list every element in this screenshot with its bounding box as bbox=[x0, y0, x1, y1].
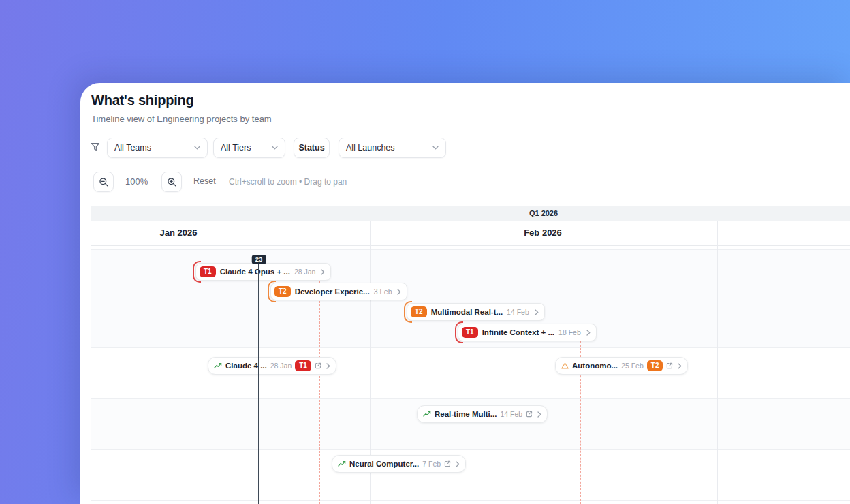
launch-title: Autonomo... bbox=[572, 362, 618, 370]
month-label-feb: Feb 2026 bbox=[524, 227, 562, 238]
tier-badge: T1 bbox=[462, 327, 478, 338]
tiers-filter-select[interactable]: All Tiers bbox=[213, 138, 285, 158]
project-title: Developer Experie... bbox=[295, 287, 370, 296]
page-title: What's shipping bbox=[91, 93, 194, 108]
bar-start-arc bbox=[404, 301, 412, 323]
project-date: 3 Feb bbox=[374, 287, 392, 296]
chevron-down-icon bbox=[432, 146, 439, 150]
project-date: 14 Feb bbox=[507, 308, 529, 316]
launch-date: 14 Feb bbox=[500, 410, 522, 418]
today-marker-badge: 23 bbox=[252, 255, 266, 264]
month-row-divider bbox=[91, 245, 850, 246]
chevron-down-icon bbox=[272, 146, 278, 150]
tier-badge: T1 bbox=[295, 360, 311, 371]
timeline-row-launches-1 bbox=[91, 347, 850, 399]
timeline-row-launches-3 bbox=[91, 449, 850, 501]
chevron-right-icon bbox=[586, 330, 591, 336]
chevron-right-icon bbox=[321, 269, 325, 275]
launch-title: Claude 4 ... bbox=[225, 362, 267, 370]
teams-filter-select[interactable]: All Teams bbox=[107, 138, 208, 158]
chevron-right-icon bbox=[456, 461, 460, 467]
chevron-right-icon bbox=[537, 411, 541, 418]
reset-zoom-button[interactable]: Reset bbox=[193, 176, 216, 186]
launches-filter-label: All Launches bbox=[346, 143, 395, 153]
quarter-header-bar bbox=[91, 206, 850, 221]
page-subtitle: Timeline view of Engineering projects by… bbox=[91, 114, 272, 124]
bar-start-arc bbox=[268, 281, 276, 302]
external-link-icon bbox=[666, 362, 673, 369]
today-marker-line bbox=[258, 264, 259, 504]
month-label-jan: Jan 2026 bbox=[160, 227, 198, 238]
project-bar[interactable]: T2 Multimodal Real-t... 14 Feb bbox=[407, 303, 545, 321]
bar-start-arc bbox=[193, 261, 201, 283]
quarter-label: Q1 2026 bbox=[529, 209, 558, 217]
project-bar[interactable]: T1 Claude 4 Opus + ... 28 Jan bbox=[195, 263, 331, 281]
tiers-filter-label: All Tiers bbox=[221, 143, 251, 153]
trend-up-icon bbox=[423, 411, 431, 418]
project-title: Infinite Context + ... bbox=[482, 328, 554, 336]
bar-start-arc bbox=[455, 321, 463, 343]
tier-badge: T2 bbox=[411, 306, 427, 317]
chevron-right-icon bbox=[535, 309, 539, 315]
deadline-dashed-line bbox=[319, 281, 320, 504]
launch-pill[interactable]: Autonomo... 25 Feb T2 bbox=[555, 357, 688, 375]
status-filter-button[interactable]: Status bbox=[294, 138, 330, 158]
project-title: Claude 4 Opus + ... bbox=[220, 268, 290, 276]
tier-badge: T2 bbox=[647, 360, 663, 371]
whats-shipping-panel: What's shipping Timeline view of Enginee… bbox=[80, 83, 850, 504]
filter-funnel-icon bbox=[91, 142, 100, 152]
timeline-row-bottom bbox=[91, 500, 850, 504]
zoom-in-button[interactable] bbox=[161, 172, 182, 192]
launch-date: 25 Feb bbox=[621, 362, 644, 370]
chevron-right-icon bbox=[326, 363, 330, 369]
external-link-icon bbox=[526, 411, 533, 418]
status-filter-label: Status bbox=[298, 143, 324, 153]
month-gridline-mar bbox=[717, 221, 718, 504]
chevron-right-icon bbox=[678, 363, 682, 369]
project-bar[interactable]: T2 Developer Experie... 3 Feb bbox=[270, 283, 407, 300]
trend-up-icon bbox=[214, 362, 222, 369]
zoom-hint-text: Ctrl+scroll to zoom • Drag to pan bbox=[229, 177, 347, 187]
launch-title: Neural Computer... bbox=[349, 460, 419, 468]
launches-filter-select[interactable]: All Launches bbox=[339, 138, 446, 158]
launch-pill[interactable]: Claude 4 ... 28 Jan T1 bbox=[208, 357, 336, 375]
project-title: Multimodal Real-t... bbox=[431, 308, 503, 316]
project-date: 28 Jan bbox=[294, 268, 316, 276]
project-bar[interactable]: T1 Infinite Context + ... 18 Feb bbox=[458, 324, 597, 341]
external-link-icon bbox=[444, 460, 451, 467]
chevron-down-icon bbox=[194, 146, 200, 150]
external-link-icon bbox=[315, 362, 321, 369]
teams-filter-label: All Teams bbox=[114, 143, 151, 153]
launch-date: 7 Feb bbox=[422, 460, 441, 468]
zoom-out-button[interactable] bbox=[93, 172, 114, 192]
tier-badge: T1 bbox=[200, 266, 216, 277]
launch-title: Real-time Multi... bbox=[435, 410, 497, 418]
zoom-level-value: 100% bbox=[125, 176, 148, 187]
launch-pill[interactable]: Neural Computer... 7 Feb bbox=[332, 455, 466, 473]
warning-icon bbox=[561, 362, 569, 369]
chevron-right-icon bbox=[397, 289, 401, 295]
launch-date: 28 Jan bbox=[270, 362, 292, 370]
launch-pill[interactable]: Real-time Multi... 14 Feb bbox=[417, 405, 548, 423]
zoom-in-icon bbox=[167, 177, 177, 187]
tier-badge: T2 bbox=[274, 286, 291, 297]
trend-up-icon bbox=[338, 460, 346, 467]
project-date: 18 Feb bbox=[558, 328, 581, 336]
zoom-out-icon bbox=[99, 177, 109, 187]
